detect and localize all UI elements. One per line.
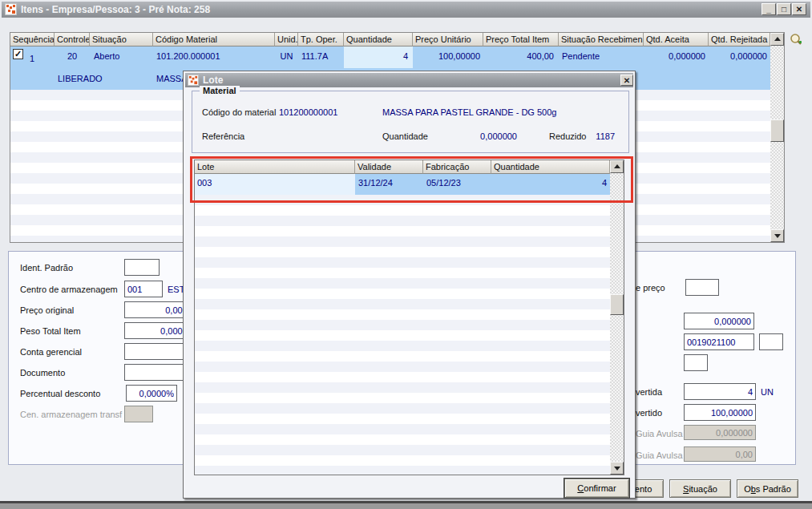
centro-armazenagem-field[interactable] [124, 281, 163, 297]
table-row[interactable]: 1 20 Aberto 101.200.000001 UN 111.7A 4 1… [10, 46, 770, 68]
situacao-post: ituação [689, 484, 717, 494]
cell-qtd-aceita: 0,000000 [644, 51, 705, 61]
cell-tp-oper: 111.7A [301, 51, 328, 61]
maximize-button[interactable]: □ [777, 3, 791, 15]
confirmar-accel: C [577, 483, 584, 493]
guia-avulsa-1-field [684, 425, 756, 440]
cell-situacao-receb: Pendente [562, 51, 600, 61]
dialog-close-button[interactable]: ✕ [620, 75, 633, 86]
small-field[interactable] [684, 354, 708, 371]
preco-convertido-field[interactable] [684, 404, 756, 421]
window-bottom-edge[interactable] [0, 503, 812, 509]
cell-sequencia: 1 [30, 54, 34, 63]
lote-row[interactable]: 003 31/12/24 05/12/23 4 [195, 174, 610, 195]
percentual-desconto-field[interactable] [126, 385, 177, 402]
lote-dialog: Lote ✕ Material Código do material 10120… [183, 71, 636, 499]
tabela-preco-field[interactable] [685, 279, 719, 296]
col-header-situacao-receb: Situação Recebimen. [559, 33, 644, 46]
cell-unid: UN [275, 51, 298, 61]
cell-situacao: Aberto [94, 51, 119, 61]
dialog-titlebar[interactable]: Lote ✕ [185, 73, 633, 87]
dialog-app-icon [188, 75, 199, 86]
label-cen-armazenagem-transf: Cen. armazenagem transf [20, 410, 122, 419]
col-header-situacao: Situação [90, 33, 153, 46]
label-conta-gerencial: Conta gerencial [20, 347, 82, 357]
label-fragment-preco: e preço [636, 283, 665, 293]
codigo-material-value: 101200000001 [279, 107, 337, 117]
lote-scroll-down-button[interactable] [610, 462, 624, 475]
checkbox-checked-icon[interactable] [13, 49, 23, 59]
confirmar-post: onfirmar [584, 483, 616, 493]
scroll-up-button[interactable] [770, 33, 784, 46]
obs-padrao-button[interactable]: Obs Padrão [737, 479, 798, 498]
col-header-unid: Unid. [275, 33, 298, 46]
lote-scrollbar[interactable] [610, 160, 624, 475]
col-header-controle: Controle [55, 33, 90, 46]
window-title: Itens - Empresa/Pessoa: 3 - Pré Nota: 25… [21, 4, 210, 15]
col-header-preco-unitario: Preço Unitário [413, 33, 483, 46]
minimize-button[interactable]: _ [762, 3, 776, 15]
lote-cell-lote[interactable]: 003 [195, 174, 355, 195]
label-guia-avulsa-2: Guia Avulsa [636, 450, 683, 460]
situacao-accel: S [683, 484, 689, 494]
col-header-qtd-rejeitada: Qtd. Rejeitada [709, 33, 770, 46]
col-header-quantidade: Quantidade [344, 33, 413, 46]
lote-col-header-quantidade: Quantidade [491, 160, 610, 174]
cell-controle: 20 [55, 51, 90, 61]
ident-padrao-field[interactable] [124, 259, 160, 276]
label-peso-total: Peso Total Item [20, 326, 81, 336]
quantidade-value: 0,000000 [457, 131, 517, 141]
lote-col-header-fabricacao: Fabricação [423, 160, 491, 174]
material-descricao: MASSA PARA PASTEL GRANDE - DG 500g [382, 107, 556, 117]
lote-scroll-thumb[interactable] [610, 294, 624, 315]
label-reduzido: Reduzido [549, 131, 586, 141]
lote-scroll-up-button[interactable] [610, 160, 624, 173]
label-preco-original: Preço original [20, 305, 74, 315]
label-referencia: Referência [202, 131, 244, 141]
col-header-codigo-material: Código Material [153, 33, 275, 46]
codigo-field[interactable] [684, 333, 754, 350]
unit-convertida: UN [761, 387, 774, 397]
qtd-convertida-field[interactable] [684, 383, 756, 400]
lote-col-header-lote: Lote [195, 160, 355, 174]
obs-post: s Padrão [756, 484, 791, 494]
window-titlebar[interactable]: Itens - Empresa/Pessoa: 3 - Pré Nota: 25… [2, 2, 810, 18]
material-legend: Material [200, 86, 240, 95]
scroll-down-button[interactable] [770, 229, 784, 242]
zoom-add-icon[interactable] [789, 33, 805, 49]
reduzido-value: 1187 [589, 131, 615, 141]
label-quantidade: Quantidade [382, 131, 428, 141]
lote-cell-quantidade: 4 [491, 178, 607, 188]
lote-grid: Lote Validade Fabricação Quantidade 003 … [194, 160, 624, 475]
scroll-thumb[interactable] [770, 119, 784, 142]
label-fragment-preco-convertido: vertido [636, 408, 662, 418]
lote-cell-fabricacao: 05/12/23 [426, 178, 461, 188]
lote-col-header-validade: Validade [355, 160, 423, 174]
valor-field[interactable] [684, 313, 754, 329]
label-fragment-qtd-convertida: vertida [636, 387, 662, 397]
label-guia-avulsa-1: Guia Avulsa [636, 429, 683, 438]
cell-preco-total: 400,00 [483, 51, 554, 61]
label-ident-padrao: Ident. Padrão [20, 263, 73, 273]
close-button[interactable]: ✕ [792, 3, 806, 15]
cell-status-liberacao: LIBERADO [58, 74, 103, 83]
app-window: Itens - Empresa/Pessoa: 3 - Pré Nota: 25… [0, 0, 812, 509]
col-header-preco-total: Preço Total Item [483, 33, 559, 46]
codigo-aux-field[interactable] [759, 333, 783, 350]
cen-armazenagem-transf-field [124, 406, 153, 422]
material-groupbox: Material Código do material 101200000001… [192, 91, 629, 153]
label-centro-armazenagem: Centro de armazenagem [20, 285, 118, 294]
dialog-title: Lote [203, 75, 223, 86]
obs-pre: O [744, 484, 751, 494]
col-header-qtd-aceita: Qtd. Aceita [644, 33, 709, 46]
cell-qtd-rejeitada: 0,000000 [709, 51, 767, 61]
cell-preco-unitario: 100,00000 [413, 51, 480, 61]
label-codigo-material: Código do material [202, 107, 276, 117]
confirmar-button[interactable]: Confirmar [564, 479, 629, 498]
lote-empty-rows [195, 195, 610, 475]
guia-avulsa-2-field [684, 446, 756, 462]
label-percentual-desconto: Percentual desconto [20, 389, 100, 398]
lote-cell-validade: 31/12/24 [358, 178, 393, 188]
cell-quantidade[interactable]: 4 [344, 46, 413, 68]
situacao-button[interactable]: Situação [669, 479, 731, 498]
